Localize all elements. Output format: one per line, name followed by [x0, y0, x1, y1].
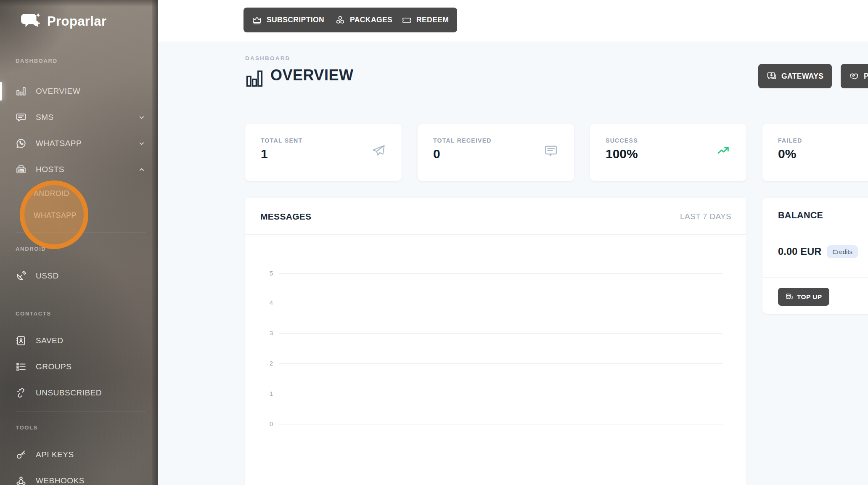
trend-up-icon	[716, 144, 730, 158]
packages-button[interactable]: PACKAGES	[327, 8, 401, 32]
subscription-button[interactable]: SUBSCRIPTION	[243, 8, 333, 32]
sidebar-item-webhooks[interactable]: WEBHOOKS	[0, 468, 158, 485]
sidebar-divider	[16, 411, 146, 411]
sidebar-subitem-label: WHATSAPP	[34, 211, 77, 220]
sidebar-item-label: USSD	[36, 271, 59, 281]
chevron-down-icon	[138, 113, 146, 122]
chevron-down-icon	[138, 139, 146, 148]
grid-line	[279, 363, 722, 364]
y-tick: 3	[254, 329, 273, 337]
comment-icon	[16, 112, 26, 123]
sidebar-item-label: WHATSAPP	[36, 139, 82, 148]
sidebar-subitem-label: ANDROID	[34, 189, 69, 198]
stat-label: TOTAL RECEIVED	[433, 137, 492, 144]
sidebar-item-ussd[interactable]: USSD	[0, 263, 158, 289]
stat-value: 100%	[606, 147, 638, 161]
button-label: TOP UP	[797, 293, 822, 301]
webhook-icon	[16, 475, 26, 485]
sidebar-item-label: WEBHOOKS	[36, 476, 85, 485]
key-icon	[16, 449, 26, 460]
credits-badge: Credits	[827, 245, 858, 258]
sidebar-divider	[16, 298, 146, 298]
balance-row: 0.00 EUR Credits	[778, 245, 858, 258]
brand-logo[interactable]: Proparlar	[20, 12, 106, 31]
panel-divider	[762, 235, 868, 235]
handshake-icon	[849, 71, 859, 81]
cubes-icon	[335, 15, 345, 25]
range-label: LAST 7 DAYS	[680, 212, 731, 221]
grid-line	[279, 424, 722, 424]
button-label: SUBSCRIPTION	[267, 16, 324, 24]
stat-value: 1	[261, 147, 268, 161]
stat-card-failed: FAILED 0%	[762, 124, 868, 181]
message-dollar-icon	[767, 71, 777, 81]
stat-card-total-sent: TOTAL SENT 1	[245, 124, 402, 181]
redeem-button[interactable]: REDEEM	[393, 8, 457, 32]
chevron-up-icon	[138, 165, 146, 174]
sidebar-subitem-whatsapp[interactable]: WHATSAPP	[0, 204, 158, 226]
nav-section-contacts: CONTACTS	[16, 311, 158, 317]
partners-button-partial[interactable]: P	[841, 64, 868, 88]
grid-line	[279, 273, 722, 274]
sidebar-item-api-keys[interactable]: API KEYS	[0, 442, 158, 468]
nav-section-dashboard: DASHBOARD	[16, 58, 158, 64]
button-label: REDEEM	[416, 16, 449, 24]
chat-bubble-logo-icon	[20, 12, 42, 31]
panel-divider	[762, 277, 868, 278]
crown-icon	[252, 15, 262, 25]
balance-panel: BALANCE 0.00 EUR Credits TOP UP	[762, 198, 868, 314]
balance-amount: 0.00 EUR	[778, 246, 821, 257]
sidebar-subitem-android[interactable]: ANDROID	[0, 183, 158, 204]
sidebar-item-label: API KEYS	[36, 450, 74, 459]
sidebar-item-groups[interactable]: GROUPS	[0, 354, 158, 380]
grid-line	[279, 333, 722, 334]
y-tick: 5	[254, 270, 273, 277]
grid-line	[279, 394, 722, 394]
nav-section-android: ANDROID	[16, 246, 158, 252]
stat-card-total-received: TOTAL RECEIVED 0	[418, 124, 574, 181]
sidebar-item-label: SMS	[36, 113, 54, 122]
breadcrumb: DASHBOARD	[245, 55, 291, 61]
y-tick: 2	[254, 360, 273, 367]
link-slash-icon	[16, 387, 26, 398]
bar-chart-icon	[16, 86, 26, 97]
stat-label: SUCCESS	[606, 137, 638, 144]
fax-icon	[16, 164, 26, 175]
page-title: OVERVIEW	[270, 66, 353, 84]
bar-chart-title-icon	[246, 69, 263, 88]
stat-value: 0	[433, 147, 440, 161]
gateways-button[interactable]: GATEWAYS	[758, 64, 832, 88]
grid-line	[279, 303, 722, 303]
coins-icon	[785, 293, 793, 301]
button-label: GATEWAYS	[781, 72, 823, 81]
sidebar-divider	[16, 233, 146, 233]
sidebar-item-saved[interactable]: SAVED	[0, 328, 158, 354]
sidebar-item-hosts[interactable]: HOSTS	[0, 156, 158, 183]
whatsapp-icon	[16, 138, 26, 149]
panel-title: MESSAGES	[260, 212, 311, 222]
topbar: SUBSCRIPTION PACKAGES REDEEM	[158, 0, 868, 42]
sidebar-item-label: OVERVIEW	[36, 87, 80, 96]
sidebar-item-whatsapp[interactable]: WHATSAPP	[0, 130, 158, 156]
nav-section-tools: TOOLS	[16, 425, 158, 431]
satellite-dish-icon	[16, 270, 26, 281]
sidebar: Proparlar DASHBOARD OVERVIEW SMS	[0, 0, 158, 485]
sidebar-item-overview[interactable]: OVERVIEW	[0, 78, 158, 104]
button-label: P	[864, 72, 868, 81]
top-up-button[interactable]: TOP UP	[778, 288, 829, 306]
sidebar-item-label: HOSTS	[36, 165, 64, 174]
messages-panel-header: MESSAGES LAST 7 DAYS	[245, 198, 746, 235]
stat-label: FAILED	[778, 137, 802, 144]
sidebar-item-label: GROUPS	[36, 362, 71, 371]
panel-title: BALANCE	[778, 210, 823, 221]
sidebar-item-sms[interactable]: SMS	[0, 104, 158, 130]
y-tick: 0	[254, 420, 273, 427]
button-label: PACKAGES	[350, 16, 392, 24]
sidebar-item-unsubscribed[interactable]: UNSUBSCRIBED	[0, 380, 158, 406]
main-content: SUBSCRIPTION PACKAGES REDEEM DASHBOARD	[158, 0, 868, 485]
y-tick: 1	[254, 390, 273, 397]
comment-icon	[544, 144, 558, 158]
stat-card-success: SUCCESS 100%	[590, 124, 746, 181]
messages-panel: MESSAGES LAST 7 DAYS 5 4 3 2 1 0	[245, 198, 746, 485]
y-tick: 4	[254, 299, 273, 306]
